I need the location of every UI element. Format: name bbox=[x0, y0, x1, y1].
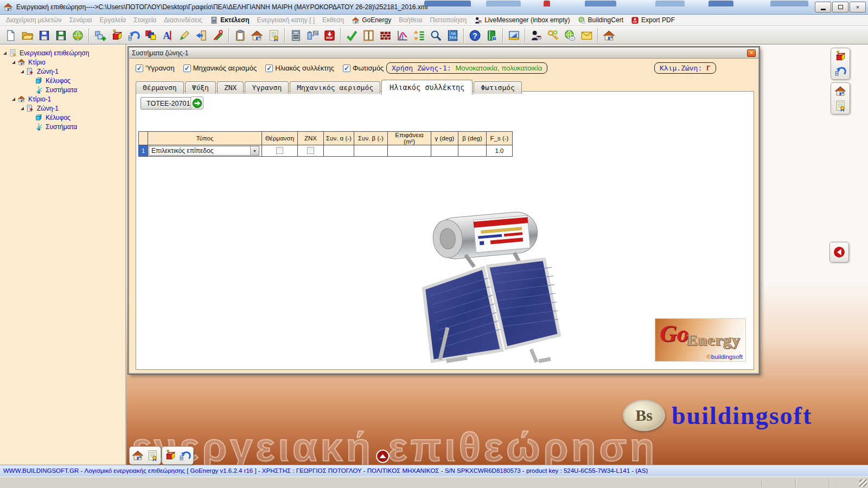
house-icon[interactable] bbox=[132, 450, 144, 461]
license-button[interactable] bbox=[545, 28, 561, 43]
dialog-close-button[interactable]: × bbox=[747, 49, 756, 57]
expand-arrow-icon[interactable] bbox=[3, 52, 7, 55]
red-up-arrow-icon[interactable] bbox=[375, 449, 390, 464]
tab-mechanical-ventilation[interactable]: Μηχανικός αερισμός bbox=[290, 81, 380, 94]
object-3d-button[interactable] bbox=[108, 28, 125, 43]
web-chat-button[interactable] bbox=[561, 28, 578, 43]
menu-item-senaria[interactable]: Σενάρια bbox=[65, 15, 95, 26]
menu-item-livemessenger[interactable]: LiveMessenger (inbox empty) bbox=[470, 15, 573, 26]
tree-item-building-1[interactable]: Κτίριο-1 bbox=[2, 94, 125, 104]
syn-b-cell[interactable] bbox=[354, 145, 388, 157]
tab-humidification[interactable]: Υγρανση bbox=[245, 81, 289, 94]
tab-heating[interactable]: Θέρμανση bbox=[136, 81, 184, 94]
tab-cooling[interactable]: Ψύξη bbox=[185, 81, 216, 94]
tee-link-button[interactable] bbox=[304, 28, 321, 43]
menu-item-energeiaki-katig[interactable]: Ενεργειακή κατηγ.[ ] bbox=[253, 15, 319, 26]
fs-cell[interactable]: 1.0 bbox=[487, 145, 513, 157]
checkbox-solar-collector[interactable]: ✓Ηλιακός συλλέκτης bbox=[265, 64, 334, 72]
expand-arrow-icon[interactable] bbox=[12, 98, 15, 101]
checkbox-humidification[interactable]: ✓'Υγρανση bbox=[136, 64, 175, 72]
menu-item-voitheia[interactable]: Βοήθεια bbox=[395, 15, 426, 26]
tree-item-building[interactable]: Κτίριο bbox=[2, 57, 125, 67]
tree-item-zone-1[interactable]: Ζώνη-1 bbox=[2, 67, 125, 76]
manual-button[interactable] bbox=[483, 28, 500, 43]
tree-item-zone-1b[interactable]: Ζώνη-1 bbox=[2, 104, 125, 113]
menu-item-ektelesi[interactable]: Εκτέλεση bbox=[206, 15, 253, 26]
znx-checkbox[interactable] bbox=[307, 147, 314, 154]
expand-arrow-icon[interactable] bbox=[21, 107, 24, 110]
open-folder-button[interactable] bbox=[19, 28, 36, 43]
menu-item-diasyndeseis[interactable]: Διασυνδέσεις bbox=[160, 15, 206, 26]
totee-button[interactable] bbox=[444, 28, 461, 43]
beta-cell[interactable] bbox=[458, 145, 487, 157]
certificate-icon[interactable] bbox=[146, 450, 158, 461]
collector-type-dropdown[interactable]: Επιλεκτικός επίπεδος ▼ bbox=[149, 146, 259, 156]
validate-button[interactable] bbox=[343, 28, 360, 43]
house-icon[interactable] bbox=[834, 85, 846, 97]
openings-button[interactable] bbox=[360, 28, 377, 43]
color-squares-button[interactable] bbox=[142, 28, 159, 43]
contact-button[interactable] bbox=[528, 28, 545, 43]
undo-arrow-icon[interactable] bbox=[834, 65, 846, 77]
menu-item-diaxeirisi[interactable]: Διαχείριση μελετών bbox=[2, 15, 65, 26]
expand-arrow-icon[interactable] bbox=[12, 61, 15, 64]
menu-item-export-pdf[interactable]: Export PDF bbox=[627, 15, 679, 26]
menu-item-ergaleia[interactable]: Εργαλεία bbox=[96, 15, 130, 26]
menu-item-pistopoiisi[interactable]: Πιστοποίηση bbox=[426, 15, 470, 26]
building-button[interactable] bbox=[601, 28, 617, 43]
certificate-icon[interactable] bbox=[834, 100, 846, 112]
tab-solar-collector[interactable]: Ηλιακός συλλέκτης bbox=[381, 80, 473, 95]
tab-dhw[interactable]: ΖΝΧ bbox=[217, 81, 244, 94]
menu-item-ekthesi[interactable]: Εκθεση bbox=[318, 15, 348, 26]
undo-arrow-icon[interactable] bbox=[179, 450, 191, 461]
search-button[interactable] bbox=[427, 28, 444, 43]
menu-item-goenergy[interactable]: GoEnergy bbox=[348, 15, 395, 26]
paste-button[interactable] bbox=[232, 28, 248, 43]
menu-item-buildingcert[interactable]: BuildingCert bbox=[574, 15, 627, 26]
certificate-button[interactable] bbox=[265, 28, 282, 43]
pdf-export-button[interactable] bbox=[321, 28, 338, 43]
walls-button[interactable] bbox=[377, 28, 394, 43]
close-button[interactable]: × bbox=[850, 2, 866, 12]
brick-wall-icon bbox=[379, 29, 392, 42]
gamma-cell[interactable] bbox=[431, 145, 458, 157]
apply-totee-button[interactable] bbox=[190, 97, 203, 110]
exit-button[interactable] bbox=[193, 28, 209, 43]
save-button[interactable] bbox=[36, 28, 53, 43]
edit-button[interactable] bbox=[176, 28, 193, 43]
web-update-button[interactable] bbox=[69, 28, 86, 43]
heating-checkbox[interactable] bbox=[276, 147, 283, 154]
minimize-button[interactable] bbox=[815, 2, 831, 12]
drawing-button[interactable] bbox=[506, 28, 522, 43]
cube-3d-icon[interactable] bbox=[834, 50, 846, 62]
checkbox-lighting[interactable]: ✓Φωτισμός bbox=[343, 64, 384, 72]
undo-arrow-icon bbox=[127, 29, 140, 42]
tree-item-shell-b[interactable]: Κέλυφος bbox=[2, 113, 125, 122]
cube-3d-icon[interactable] bbox=[164, 450, 176, 461]
red-left-arrow-icon[interactable] bbox=[832, 245, 846, 259]
tools-button[interactable] bbox=[209, 28, 226, 43]
expand-arrow-icon[interactable] bbox=[21, 70, 24, 73]
font-button[interactable] bbox=[159, 28, 176, 43]
tree-item-systems-b[interactable]: Συστήματα bbox=[2, 122, 125, 131]
save-as-button[interactable] bbox=[53, 28, 69, 43]
sort-list-button[interactable] bbox=[411, 28, 427, 43]
undo-button[interactable] bbox=[125, 28, 142, 43]
tree-item-shell[interactable]: Κέλυφος bbox=[2, 76, 125, 85]
tree-item-energy-inspection[interactable]: Ενεργειακή επιθεώρηση bbox=[2, 48, 125, 57]
tree-item-systems[interactable]: Συστήματα bbox=[2, 85, 125, 94]
home-button[interactable] bbox=[248, 28, 265, 43]
maximize-button[interactable] bbox=[832, 2, 848, 12]
resize-grip[interactable] bbox=[859, 479, 867, 487]
checkbox-mechanical-ventilation[interactable]: ✓Μηχανικός αερισμός bbox=[183, 64, 257, 72]
menu-item-stoixeia[interactable]: Στοιχεία bbox=[130, 15, 160, 26]
new-document-button[interactable] bbox=[2, 28, 19, 43]
help-button[interactable] bbox=[467, 28, 483, 43]
chart-button[interactable] bbox=[394, 28, 411, 43]
syn-a-cell[interactable] bbox=[324, 145, 354, 157]
calculate-button[interactable] bbox=[288, 28, 304, 43]
add-objects-button[interactable] bbox=[92, 28, 108, 43]
area-cell[interactable] bbox=[388, 145, 431, 157]
mail-button[interactable] bbox=[578, 28, 595, 43]
tab-lighting[interactable]: Φωτισμός bbox=[474, 81, 522, 94]
